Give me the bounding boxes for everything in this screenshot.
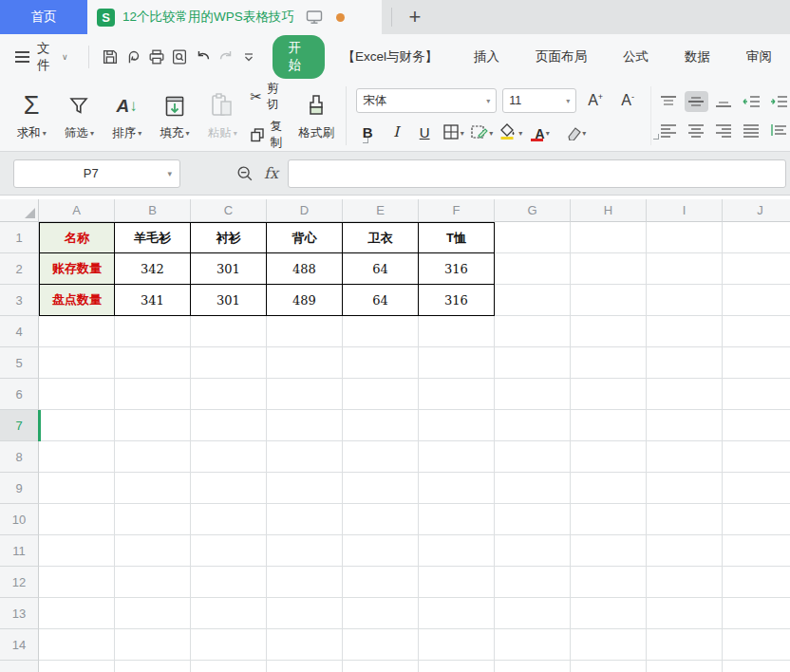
fill-color-button[interactable]: ▾ — [498, 120, 522, 142]
draw-border-button[interactable]: ▾ — [470, 120, 493, 142]
hamburger-icon[interactable] — [15, 51, 29, 62]
sum-button[interactable]: Σ 求和▾ — [8, 84, 55, 148]
cell-D6[interactable] — [267, 379, 343, 410]
cell-J3[interactable] — [723, 285, 790, 316]
new-tab-button[interactable]: + — [392, 0, 438, 34]
row-header-12[interactable]: 12 — [0, 567, 39, 598]
cell-A6[interactable] — [39, 379, 115, 410]
cell-D13[interactable] — [267, 598, 343, 629]
cell-I15[interactable] — [647, 661, 723, 672]
cell-I13[interactable] — [647, 598, 723, 629]
cell-J10[interactable] — [723, 504, 790, 535]
cell-G8[interactable] — [495, 441, 571, 473]
cell-A11[interactable] — [39, 535, 115, 567]
font-color-button[interactable]: A ▾ — [528, 120, 556, 142]
formula-input[interactable] — [288, 159, 786, 188]
cell-F5[interactable] — [419, 347, 495, 379]
cell-G13[interactable] — [495, 598, 571, 629]
cell-J5[interactable] — [723, 347, 790, 379]
tab-document[interactable]: S 12个比较常用的WPS表格技巧 — [87, 0, 382, 34]
cell-I3[interactable] — [647, 285, 723, 316]
align-left-button[interactable] — [657, 120, 681, 140]
customize-quickbar-chevron-icon[interactable] — [237, 44, 260, 70]
cell-H5[interactable] — [571, 347, 647, 379]
cell-J6[interactable] — [723, 379, 790, 410]
cell-J1[interactable] — [723, 222, 790, 253]
cell-D1[interactable]: 背心 — [267, 222, 343, 253]
copy-button[interactable]: 复制 — [250, 119, 289, 151]
cell-H3[interactable] — [571, 285, 647, 316]
cell-B10[interactable] — [115, 504, 191, 535]
cell-A7[interactable] — [39, 410, 115, 441]
row-header-4[interactable]: 4 — [0, 316, 39, 347]
cell-G5[interactable] — [495, 347, 571, 379]
print-icon[interactable] — [145, 44, 168, 70]
cell-I9[interactable] — [647, 473, 723, 504]
cell-D3[interactable]: 489 — [267, 285, 343, 316]
cell-A5[interactable] — [39, 347, 115, 379]
cell-E10[interactable] — [343, 504, 419, 535]
cell-H2[interactable] — [571, 253, 647, 285]
row-header-13[interactable]: 13 — [0, 598, 39, 629]
cell-A1[interactable]: 名称 — [39, 222, 115, 253]
cell-C1[interactable]: 衬衫 — [191, 222, 267, 253]
underline-button[interactable]: U — [413, 120, 436, 142]
cell-D10[interactable] — [267, 504, 343, 535]
cell-D12[interactable] — [267, 567, 343, 598]
cell-C7[interactable] — [191, 410, 267, 441]
cell-F3[interactable]: 316 — [419, 285, 495, 316]
cell-H1[interactable] — [571, 222, 647, 253]
align-top-button[interactable] — [657, 91, 681, 112]
cell-E14[interactable] — [343, 629, 419, 661]
cell-C14[interactable] — [191, 629, 267, 661]
column-header-J[interactable]: J — [723, 199, 790, 222]
row-header-3[interactable]: 3 — [0, 285, 39, 316]
column-header-D[interactable]: D — [267, 199, 343, 222]
row-header-7[interactable]: 7 — [0, 410, 39, 441]
increase-indent-button[interactable] — [766, 91, 790, 112]
tab-home[interactable]: 首页 — [0, 0, 87, 34]
cut-button[interactable]: ✂ 剪切 — [250, 81, 289, 113]
cell-G6[interactable] — [495, 379, 571, 410]
cell-C4[interactable] — [191, 316, 267, 347]
cell-G7[interactable] — [495, 410, 571, 441]
row-header-5[interactable]: 5 — [0, 347, 39, 379]
cell-B7[interactable] — [115, 410, 191, 441]
cell-C10[interactable] — [191, 504, 267, 535]
cell-H11[interactable] — [571, 535, 647, 567]
clipboard-dialog-launcher[interactable] — [363, 138, 368, 143]
cell-F7[interactable] — [419, 410, 495, 441]
menu-item-page-layout[interactable]: 页面布局 — [536, 48, 587, 65]
cell-I2[interactable] — [647, 253, 723, 285]
cell-B14[interactable] — [115, 629, 191, 661]
menu-item-data[interactable]: 数据 — [685, 48, 710, 65]
cell-H4[interactable] — [571, 316, 647, 347]
cell-F2[interactable]: 316 — [419, 253, 495, 285]
cell-A10[interactable] — [39, 504, 115, 535]
cell-I5[interactable] — [647, 347, 723, 379]
cell-G12[interactable] — [495, 567, 571, 598]
cell-E8[interactable] — [343, 441, 419, 473]
row-header-8[interactable]: 8 — [0, 441, 39, 473]
decrease-font-button[interactable]: A- — [614, 92, 641, 109]
name-box[interactable]: P7 ▾ — [13, 159, 180, 188]
cell-D15[interactable] — [267, 661, 343, 672]
cell-D2[interactable]: 488 — [267, 253, 343, 285]
cell-B12[interactable] — [115, 567, 191, 598]
cell-G14[interactable] — [495, 629, 571, 661]
cell-E6[interactable] — [343, 379, 419, 410]
cell-J8[interactable] — [723, 441, 790, 473]
row-header-6[interactable]: 6 — [0, 379, 39, 410]
italic-button[interactable]: I — [385, 120, 407, 142]
cell-J7[interactable] — [723, 410, 790, 441]
cell-E4[interactable] — [343, 316, 419, 347]
file-menu[interactable]: 文件 — [37, 40, 58, 74]
redo-icon[interactable] — [215, 44, 237, 70]
monitor-icon[interactable] — [306, 9, 323, 25]
cell-C15[interactable] — [191, 661, 267, 672]
cell-F6[interactable] — [419, 379, 495, 410]
cell-F13[interactable] — [419, 598, 495, 629]
cell-F14[interactable] — [419, 629, 495, 661]
cell-G10[interactable] — [495, 504, 571, 535]
cell-I1[interactable] — [647, 222, 723, 253]
